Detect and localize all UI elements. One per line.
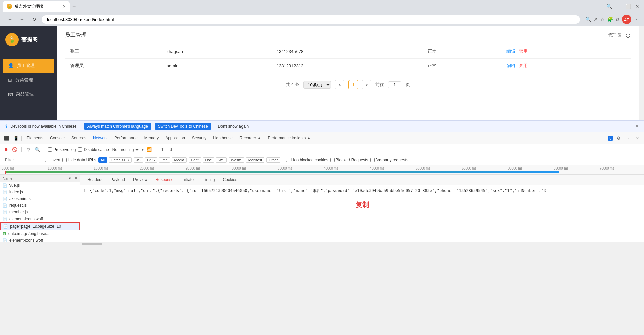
sidebar-item-category[interactable]: ⊞ 分类管理 <box>0 73 57 87</box>
notify-close-button[interactable]: ✕ <box>635 124 639 129</box>
menu-icon[interactable]: ⋮ <box>634 17 639 22</box>
search-icon[interactable]: 🔍 <box>585 17 591 22</box>
tab-elements[interactable]: Elements <box>23 132 47 144</box>
list-item[interactable]: 📄 request.js <box>0 202 80 209</box>
filter-img-button[interactable]: Img <box>159 157 170 163</box>
tab-performance[interactable]: Performance <box>111 132 141 144</box>
tab-security[interactable]: Security <box>189 132 210 144</box>
dont-show-button[interactable]: Don't show again <box>215 123 252 130</box>
tab-response[interactable]: Response <box>151 175 177 185</box>
devtools-more-icon[interactable]: ⋮ <box>624 134 632 142</box>
timeline-progress-bar <box>5 171 559 173</box>
extensions-icon[interactable]: 🧩 <box>607 17 613 22</box>
new-tab-button[interactable]: + <box>72 3 76 10</box>
switch-language-button[interactable]: Switch DevTools to Chinese <box>155 123 211 130</box>
filter-doc-button[interactable]: Doc <box>203 157 214 163</box>
address-input[interactable] <box>42 15 580 24</box>
filter-media-button[interactable]: Media <box>172 157 187 163</box>
tab-initiator[interactable]: Initiator <box>177 175 199 185</box>
match-language-button[interactable]: Always match Chrome's language <box>84 123 151 130</box>
list-item[interactable]: 📄 member.js <box>0 209 80 216</box>
filter-input[interactable] <box>3 157 43 163</box>
throttle-select[interactable]: No throttling <box>111 147 140 152</box>
list-item[interactable]: 🖼 data:image/png;base... <box>0 230 80 237</box>
filter-wasm-button[interactable]: Wasm <box>229 157 244 163</box>
filter-fetch-button[interactable]: Fetch/XHR <box>109 157 132 163</box>
filter-js-button[interactable]: JS <box>134 157 143 163</box>
record-button[interactable]: ⏺ <box>3 146 9 153</box>
filter-css-button[interactable]: CSS <box>145 157 157 163</box>
tab-sources[interactable]: Sources <box>68 132 90 144</box>
tab-memory[interactable]: Memory <box>141 132 162 144</box>
edit-link[interactable]: 编辑 <box>506 49 515 54</box>
third-party-checkbox[interactable]: 3rd-party requests <box>370 158 408 162</box>
wifi-icon[interactable]: 📶 <box>146 146 152 153</box>
preserve-log-checkbox[interactable]: Preserve log <box>48 147 76 152</box>
goto-input[interactable] <box>388 81 401 88</box>
filter-toggle-button[interactable]: ▽ <box>25 146 32 153</box>
disable-cache-checkbox[interactable]: Disable cache <box>78 147 109 152</box>
tab-cookies[interactable]: Cookies <box>219 175 241 185</box>
tab-performance-insights[interactable]: Performance insights ▲ <box>265 132 314 144</box>
tab-network[interactable]: Network <box>90 132 111 144</box>
active-tab[interactable]: 🍃 瑞吉外卖管理端 × <box>3 1 70 12</box>
clear-button[interactable]: 🚫 <box>11 146 18 153</box>
filter-font-button[interactable]: Font <box>189 157 201 163</box>
tab-close-button[interactable]: × <box>63 4 66 9</box>
profile-button[interactable]: ZY <box>622 15 631 24</box>
edit-link[interactable]: 编辑 <box>506 63 515 68</box>
minimize-button[interactable]: — <box>614 2 623 10</box>
filter-all-button[interactable]: All <box>98 157 107 163</box>
disable-link[interactable]: 禁用 <box>519 49 528 54</box>
reload-button[interactable]: ↻ <box>30 15 39 24</box>
bottom-scrollbar[interactable] <box>0 242 644 246</box>
tab-search-icon[interactable]: 🔍 <box>605 2 613 10</box>
filter-ws-button[interactable]: WS <box>216 157 227 163</box>
file-list-sort-icon[interactable]: ▼ <box>68 176 72 180</box>
main-scrollbar[interactable] <box>639 26 644 120</box>
scrollbar-thumb[interactable] <box>82 243 102 245</box>
per-page-select[interactable]: 10条/页 20条/页 50条/页 <box>303 81 331 89</box>
sidebar-item-dishes[interactable]: 🍽 菜品管理 <box>0 87 57 101</box>
import-button[interactable]: ⬆ <box>159 146 166 153</box>
back-button[interactable]: ← <box>5 15 15 24</box>
device-icon[interactable]: 📱 <box>12 134 20 142</box>
tab-application[interactable]: Application <box>162 132 189 144</box>
list-item[interactable]: 📄 vue.js <box>0 182 80 189</box>
next-page-button[interactable]: > <box>362 80 371 89</box>
prev-page-button[interactable]: < <box>335 80 344 89</box>
bookmark-icon[interactable]: ☆ <box>600 17 605 22</box>
hide-urls-checkbox[interactable]: Hide data URLs <box>62 158 96 162</box>
devtools-close-icon[interactable]: ✕ <box>633 134 641 142</box>
window-icon[interactable]: ⧉ <box>616 17 619 22</box>
export-button[interactable]: ⬇ <box>168 146 175 153</box>
list-item[interactable]: 📄 axios.min.js <box>0 195 80 202</box>
tab-preview[interactable]: Preview <box>129 175 152 185</box>
devtools-settings-icon[interactable]: ⚙ <box>614 134 623 142</box>
search-button[interactable]: 🔍 <box>34 146 41 153</box>
tab-console[interactable]: Console <box>47 132 68 144</box>
list-item[interactable]: 📄 index.js <box>0 189 80 195</box>
invert-checkbox[interactable]: Invert <box>45 158 60 162</box>
tab-headers[interactable]: Headers <box>83 175 106 185</box>
list-item[interactable]: 📄 element-icons.woff <box>0 216 80 222</box>
list-item[interactable]: 📄 element-icons.woff <box>0 237 80 242</box>
tab-lighthouse[interactable]: Lighthouse <box>210 132 236 144</box>
inspect-icon[interactable]: ⬛ <box>3 134 11 142</box>
list-item-selected[interactable]: 📄 page?page=1&pageSize=10 <box>0 222 80 230</box>
filter-manifest-button[interactable]: Manifest <box>246 157 265 163</box>
maximize-button[interactable]: ⬜ <box>624 2 632 10</box>
filter-other-button[interactable]: Other <box>266 157 280 163</box>
share-icon[interactable]: ↗ <box>594 17 598 22</box>
forward-button[interactable]: → <box>17 15 27 24</box>
tab-recorder[interactable]: Recorder ▲ <box>236 132 265 144</box>
tab-timing[interactable]: Timing <box>199 175 219 185</box>
blocked-cookies-checkbox[interactable]: Has blocked cookies <box>286 158 328 162</box>
sidebar-item-employee[interactable]: 👤 员工管理 <box>3 59 54 73</box>
file-list-close-icon[interactable]: ✕ <box>74 176 77 180</box>
logout-button[interactable]: ⏻ <box>625 32 631 38</box>
disable-link[interactable]: 禁用 <box>519 63 528 68</box>
blocked-requests-checkbox[interactable]: Blocked Requests <box>330 158 368 162</box>
tab-payload[interactable]: Payload <box>106 175 129 185</box>
close-window-button[interactable]: ✕ <box>633 2 641 10</box>
